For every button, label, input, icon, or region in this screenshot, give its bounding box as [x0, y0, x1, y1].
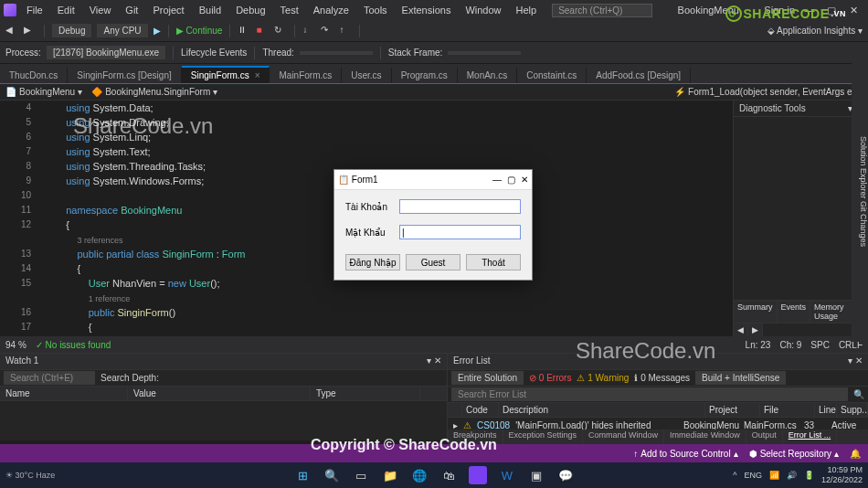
menu-help[interactable]: Help: [510, 3, 544, 17]
clock-time[interactable]: 10:59 PM: [821, 465, 863, 475]
diag-nav-left[interactable]: ◀: [734, 324, 748, 336]
process-dropdown[interactable]: [21876] BookingMenu.exe: [47, 46, 165, 59]
err-col[interactable]: Project: [705, 403, 760, 417]
warning-count[interactable]: ⚠ 1 Warning: [577, 373, 629, 383]
login-button[interactable]: Đăng Nhập: [345, 254, 400, 271]
exit-button[interactable]: Thoát: [466, 254, 521, 271]
output-tab[interactable]: Immediate Window: [664, 430, 746, 444]
menu-git[interactable]: Git: [119, 3, 144, 17]
dialog-max-button[interactable]: ▢: [507, 175, 515, 185]
tab-program-cs[interactable]: Program.cs: [392, 68, 458, 83]
err-col[interactable]: Line: [815, 403, 837, 417]
step-over-icon[interactable]: ↷: [321, 25, 333, 37]
config-dropdown[interactable]: Debug: [52, 24, 91, 37]
stop-icon[interactable]: ■: [256, 25, 269, 37]
terminal-icon[interactable]: ▣: [527, 466, 545, 484]
err-col[interactable]: File: [760, 403, 815, 417]
teams-icon[interactable]: 💬: [556, 466, 575, 484]
task-view[interactable]: ▭: [352, 466, 370, 484]
menu-build[interactable]: Build: [193, 3, 228, 17]
menu-window[interactable]: Window: [459, 3, 507, 17]
diag-nav-right[interactable]: ▶: [748, 324, 763, 336]
dialog-min-button[interactable]: —: [492, 175, 502, 185]
output-tab[interactable]: Exception Settings: [503, 430, 584, 444]
nav-back-icon[interactable]: ◀: [5, 25, 18, 37]
tab-user-cs[interactable]: User.cs: [342, 68, 391, 83]
output-tab[interactable]: Breakpoints: [448, 430, 503, 444]
zoom-percent[interactable]: 94 %: [5, 340, 26, 350]
username-input[interactable]: [399, 199, 521, 214]
menu-extensions[interactable]: Extensions: [396, 3, 458, 17]
menu-tools[interactable]: Tools: [357, 3, 394, 17]
diag-tab-summary[interactable]: Summary: [734, 301, 778, 323]
tab-singinform-cs[interactable]: SinginForm.cs×: [182, 66, 270, 83]
watch-col-name[interactable]: Name: [0, 387, 128, 400]
step-into-icon[interactable]: ↓: [302, 25, 315, 37]
pause-icon[interactable]: ⏸: [238, 25, 250, 37]
vs-taskbar-icon[interactable]: [469, 466, 487, 484]
clock-date[interactable]: 12/26/2022: [821, 475, 863, 485]
tray-chevron[interactable]: ^: [733, 471, 736, 480]
tab-constaint-cs[interactable]: Constaint.cs: [517, 68, 587, 83]
error-count[interactable]: ⊘ 0 Errors: [529, 373, 571, 383]
watch-col-type[interactable]: Type: [311, 387, 420, 400]
tab-mainform-cs[interactable]: MainForm.cs: [270, 68, 342, 83]
edge-icon[interactable]: 🌐: [410, 466, 429, 484]
dialog-close-button[interactable]: ✕: [521, 175, 528, 185]
start-button[interactable]: ⊞: [293, 466, 312, 484]
err-col[interactable]: Description: [499, 403, 705, 417]
panel-controls[interactable]: ▾ ✕: [848, 355, 863, 367]
word-icon[interactable]: W: [498, 466, 516, 484]
menu-analyze[interactable]: Analyze: [307, 3, 355, 17]
err-col[interactable]: [448, 403, 462, 417]
nav-namespace[interactable]: 🔶 BookingMenu.SinginForm ▾: [91, 87, 217, 97]
menu-file[interactable]: File: [20, 3, 49, 17]
watch-search[interactable]: Search (Ctrl+E): [4, 371, 95, 385]
watch-col-value[interactable]: Value: [128, 387, 311, 400]
spaces-mode[interactable]: SPC: [810, 340, 830, 350]
search-icon[interactable]: 🔍: [853, 389, 864, 399]
guest-button[interactable]: Guest: [406, 254, 460, 271]
panel-controls[interactable]: ▾ ✕: [427, 355, 441, 367]
output-tab[interactable]: Output: [746, 430, 783, 444]
build-scope[interactable]: Build + IntelliSense: [695, 371, 786, 385]
search-input[interactable]: Search (Ctrl+Q): [552, 4, 652, 17]
close-button[interactable]: ✕: [846, 5, 861, 16]
nav-project[interactable]: 📄 BookingMenu ▾: [5, 87, 82, 97]
menu-debug[interactable]: Debug: [229, 3, 271, 17]
app-insights[interactable]: ⬙ Application Insights ▾: [767, 26, 863, 36]
select-repo[interactable]: ⬢ Select Repository ▴: [749, 449, 839, 459]
stack-dropdown[interactable]: [448, 51, 521, 55]
err-col[interactable]: Code: [462, 403, 499, 417]
menu-project[interactable]: Project: [146, 3, 190, 17]
tab-thucdon-cs[interactable]: ThucDon.cs: [0, 68, 68, 83]
thread-dropdown[interactable]: [300, 51, 373, 55]
password-input[interactable]: [399, 225, 521, 239]
restart-icon[interactable]: ↻: [274, 25, 287, 37]
step-out-icon[interactable]: ↑: [339, 25, 352, 37]
right-tool-tabs[interactable]: Solution Explorer Git Changes: [852, 42, 868, 342]
tab-addfood-cs--design-[interactable]: AddFood.cs [Design]: [587, 68, 691, 83]
tab-singinform-cs--design-[interactable]: SinginForm.cs [Design]: [68, 68, 181, 83]
error-search[interactable]: Search Error List: [451, 387, 848, 401]
lang-indicator[interactable]: ENG: [744, 471, 762, 480]
platform-dropdown[interactable]: Any CPU: [97, 24, 147, 37]
notifications-icon[interactable]: 🔔: [850, 449, 861, 459]
output-tab[interactable]: Error List ...: [783, 430, 838, 444]
store-icon[interactable]: 🛍: [439, 466, 458, 484]
continue-button[interactable]: ▶ Continue: [176, 26, 223, 36]
solution-scope[interactable]: Entire Solution: [451, 371, 524, 385]
diag-tab-events[interactable]: Events: [778, 301, 811, 323]
explorer-icon[interactable]: 📁: [381, 466, 399, 484]
battery-icon[interactable]: 🔋: [804, 471, 814, 480]
source-control[interactable]: ↑ Add to Source Control ▴: [633, 449, 737, 459]
output-tab[interactable]: Command Window: [583, 430, 664, 444]
nav-method[interactable]: ⚡ Form1_Load(object sender, EventArgs e)…: [674, 87, 863, 97]
message-count[interactable]: ℹ 0 Messages: [634, 373, 690, 383]
run-button[interactable]: ▶: [153, 26, 161, 36]
err-col[interactable]: Supp...: [837, 403, 868, 417]
nav-fwd-icon[interactable]: ▶: [24, 25, 37, 37]
menu-test[interactable]: Test: [274, 3, 305, 17]
menu-view[interactable]: View: [83, 3, 118, 17]
search-button[interactable]: 🔍: [323, 466, 341, 484]
